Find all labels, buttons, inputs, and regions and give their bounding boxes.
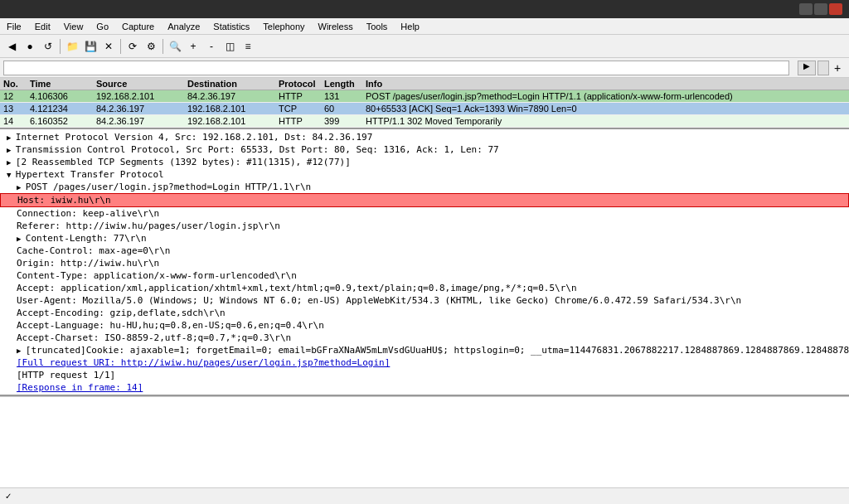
pkt-time: 6.160352 — [27, 115, 93, 127]
menu-item-help[interactable]: Help — [394, 18, 426, 34]
detail-line[interactable]: [2 Reassembled TCP Segments (1392 bytes)… — [0, 156, 849, 168]
close-button[interactable] — [829, 3, 842, 15]
detail-line[interactable]: Hypertext Transfer Protocol — [0, 168, 849, 181]
packet-detail[interactable]: Internet Protocol Version 4, Src: 192.16… — [0, 129, 849, 396]
toolbar-close[interactable]: ✕ — [100, 38, 117, 55]
menu-item-tools[interactable]: Tools — [360, 18, 395, 34]
pkt-src: 84.2.36.197 — [93, 103, 184, 114]
packet-list-header: No. Time Source Destination Protocol Len… — [0, 78, 849, 90]
pkt-proto: HTTP — [275, 90, 321, 102]
toolbar-zoom-out[interactable]: - — [203, 38, 220, 55]
col-header-proto: Protocol — [275, 78, 321, 90]
pkt-no: 14 — [0, 115, 27, 127]
pkt-info: 80+65533 [ACK] Seq=1 Ack=1393 Win=7890 L… — [362, 103, 849, 114]
toolbar-restart[interactable]: ⟳ — [124, 38, 141, 55]
minimize-button[interactable] — [799, 3, 813, 15]
detail-link[interactable]: [Full request URI: http://iwiw.hu/pages/… — [17, 357, 390, 368]
menu-item-statistics[interactable]: Statistics — [206, 18, 256, 34]
detail-line[interactable]: User-Agent: Mozilla/5.0 (Windows; U; Win… — [0, 294, 849, 307]
toolbar-zoom-in[interactable]: + — [185, 38, 201, 55]
detail-line[interactable]: Cache-Control: max-age=0\r\n — [0, 245, 849, 257]
col-header-time: Time — [27, 78, 93, 90]
detail-line[interactable]: [Full request URI: http://iwiw.hu/pages/… — [0, 356, 849, 369]
toolbar-sep-2 — [120, 39, 121, 54]
detail-line[interactable]: Accept-Charset: ISO-8859-2,utf-8;q=0.7,*… — [0, 332, 849, 344]
add-filter-button[interactable]: + — [829, 60, 846, 76]
expression-button[interactable] — [817, 61, 829, 75]
detail-line[interactable]: Accept-Language: hu-HU,hu;q=0.8,en-US;q=… — [0, 319, 849, 332]
pkt-len: 399 — [321, 115, 362, 127]
left-panel: No. Time Source Destination Protocol Len… — [0, 78, 849, 504]
table-row[interactable]: 12 4.106306 192.168.2.101 84.2.36.197 HT… — [0, 90, 849, 103]
menubar: FileEditViewGoCaptureAnalyzeStatisticsTe… — [0, 18, 849, 35]
pkt-info: POST /pages/user/login.jsp?method=Login … — [362, 90, 849, 102]
detail-line[interactable]: Referer: http://iwiw.hu/pages/user/login… — [0, 220, 849, 232]
detail-line[interactable]: [Response in frame: 14] — [0, 381, 849, 394]
filter-arrow-btn[interactable]: ▶ — [798, 61, 816, 75]
detail-line[interactable]: Host: iwiw.hu\r\n — [0, 193, 849, 207]
detail-line[interactable]: Accept-Encoding: gzip,deflate,sdch\r\n — [0, 307, 849, 319]
detail-line[interactable]: Origin: http://iwiw.hu\r\n — [0, 257, 849, 269]
detail-line[interactable]: POST /pages/user/login.jsp?method=Login … — [0, 181, 849, 193]
ready-icon: ✓ — [5, 492, 12, 501]
toolbar: ◀ ● ↺ 📁 💾 ✕ ⟳ ⚙ 🔍 + - ◫ ≡ — [0, 35, 849, 58]
titlebar — [0, 0, 849, 18]
menu-item-edit[interactable]: Edit — [28, 18, 57, 34]
toolbar-zoom-fit[interactable]: ◫ — [221, 38, 238, 55]
pkt-src: 192.168.2.101 — [93, 90, 184, 102]
pkt-dst: 84.2.36.197 — [184, 90, 275, 102]
toolbar-find[interactable]: 🔍 — [167, 38, 183, 55]
detail-line[interactable]: Internet Protocol Version 4, Src: 192.16… — [0, 131, 849, 143]
col-header-dst: Destination — [184, 78, 275, 90]
statusbar-left: ✓ — [5, 492, 22, 501]
packet-list: No. Time Source Destination Protocol Len… — [0, 78, 849, 129]
pkt-no: 13 — [0, 103, 27, 114]
maximize-button[interactable] — [814, 3, 827, 15]
menu-item-telephony[interactable]: Telephony — [256, 18, 311, 34]
toolbar-back[interactable]: ◀ — [3, 38, 20, 55]
pkt-time: 4.106306 — [27, 90, 93, 102]
table-row[interactable]: 14 6.160352 84.2.36.197 192.168.2.101 HT… — [0, 115, 849, 128]
detail-tree: Internet Protocol Version 4, Src: 192.16… — [0, 129, 849, 396]
toolbar-save[interactable]: 💾 — [82, 38, 99, 55]
pkt-no: 12 — [0, 90, 27, 102]
detail-line[interactable]: Connection: keep-alive\r\n — [0, 207, 849, 220]
detail-link[interactable]: [Response in frame: 14] — [17, 382, 143, 393]
pkt-proto: HTTP — [275, 115, 321, 127]
menu-item-wireless[interactable]: Wireless — [312, 18, 360, 34]
col-header-info: Info — [362, 78, 849, 90]
toolbar-forward[interactable]: ● — [22, 38, 38, 55]
main-area: No. Time Source Destination Protocol Len… — [0, 78, 849, 504]
pkt-dst: 192.168.2.101 — [184, 115, 275, 127]
table-row[interactable]: 13 4.121234 84.2.36.197 192.168.2.101 TC… — [0, 103, 849, 115]
pkt-src: 84.2.36.197 — [93, 115, 184, 127]
toolbar-colorize[interactable]: ≡ — [240, 38, 256, 55]
pkt-dst: 192.168.2.101 — [184, 103, 275, 114]
menu-item-capture[interactable]: Capture — [115, 18, 161, 34]
col-header-src: Source — [93, 78, 184, 90]
detail-line[interactable]: [truncated]Cookie: ajaxable=1; forgetEma… — [0, 344, 849, 356]
display-filter-input[interactable] — [3, 61, 789, 75]
toolbar-options[interactable]: ⚙ — [143, 38, 159, 55]
packet-rows: 12 4.106306 192.168.2.101 84.2.36.197 HT… — [0, 90, 849, 128]
detail-line[interactable]: [HTTP request 1/1] — [0, 369, 849, 381]
toolbar-sep-1 — [60, 39, 61, 54]
menu-item-go[interactable]: Go — [90, 18, 115, 34]
detail-line[interactable]: Transmission Control Protocol, Src Port:… — [0, 143, 849, 156]
detail-line[interactable]: Content-Length: 77\r\n — [0, 232, 849, 245]
toolbar-sep-3 — [163, 39, 163, 54]
pkt-proto: TCP — [275, 103, 321, 114]
col-header-no: No. — [0, 78, 27, 90]
filterbar: ▶ + — [0, 58, 849, 78]
detail-line[interactable]: Accept: application/xml,application/xhtm… — [0, 282, 849, 294]
menu-item-file[interactable]: File — [0, 18, 28, 34]
menu-item-view[interactable]: View — [57, 18, 90, 34]
toolbar-refresh[interactable]: ↺ — [40, 38, 56, 55]
statusbar: ✓ — [0, 487, 849, 504]
detail-line[interactable]: Content-Type: application/x-www-form-url… — [0, 269, 849, 282]
toolbar-open[interactable]: 📁 — [64, 38, 80, 55]
hex-dump[interactable] — [0, 396, 849, 487]
menu-item-analyze[interactable]: Analyze — [161, 18, 206, 34]
pkt-len: 60 — [321, 103, 362, 114]
col-header-len: Length — [321, 78, 362, 90]
